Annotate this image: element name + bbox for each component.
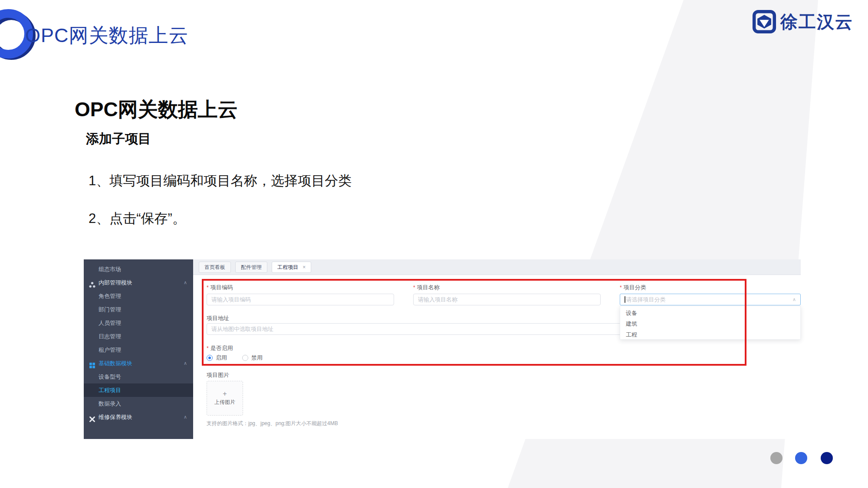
project-code-label: *项目编码	[207, 284, 233, 291]
content-heading: OPC网关数据上云	[75, 96, 238, 123]
select-placeholder: 请选择项目分类	[626, 296, 792, 304]
step-2-text: 2、点击“保存”。	[89, 210, 186, 228]
required-mark: *	[413, 285, 415, 291]
upload-hint-text: 支持的图片格式：jpg、jpeg、png;图片大小不能超过4MB	[207, 420, 338, 427]
org-icon	[89, 279, 95, 286]
upload-text: 上传图片	[214, 399, 235, 406]
project-category-label: *项目分类	[620, 284, 646, 291]
dropdown-option-engineering[interactable]: 工程	[620, 329, 800, 340]
grid-icon	[89, 360, 95, 367]
tab-label: 首页看板	[204, 264, 225, 270]
sidebar-item-shuju-luru[interactable]: 数据录入	[84, 397, 193, 410]
tab-parts-management[interactable]: 配件管理	[235, 262, 267, 273]
chevron-up-icon: ∧	[184, 410, 187, 424]
sidebar-item-label: 设备型号	[99, 373, 121, 380]
pager-dot-gray	[770, 452, 783, 464]
slide-title: OPC网关数据上云	[25, 23, 189, 49]
enable-radio-group: 启用 禁用	[207, 354, 263, 362]
slide: OPC网关数据上云 徐工汉云 OPC网关数据上云 添加子项目 1、填写项目编码和…	[0, 0, 868, 488]
sidebar-item-neibu-guanli[interactable]: 内部管理模块 ∧	[84, 276, 193, 289]
sidebar-item-label: 组态市场	[99, 266, 121, 272]
app-screenshot: 组态市场 内部管理模块 ∧ 角色管理 部门管理 人员管理 日志管理	[84, 259, 801, 439]
radio-disabled-label: 禁用	[251, 354, 263, 362]
project-category-select[interactable]: 请选择项目分类 ∧	[620, 294, 801, 305]
wrench-icon	[89, 414, 95, 420]
chevron-up-icon: ∧	[792, 297, 796, 302]
tab-home-board[interactable]: 首页看板	[199, 262, 231, 273]
sidebar-item-renyuan-guanli[interactable]: 人员管理	[84, 316, 193, 330]
tab-label: 工程项目	[277, 264, 298, 270]
step-1-text: 1、填写项目编码和项目名称，选择项目分类	[89, 172, 352, 190]
project-code-input[interactable]	[207, 294, 394, 305]
required-mark: *	[207, 285, 209, 291]
sidebar: 组态市场 内部管理模块 ∧ 角色管理 部门管理 人员管理 日志管理	[84, 259, 193, 439]
upload-image-button[interactable]: + 上传图片	[207, 381, 243, 416]
project-name-label: *项目名称	[413, 284, 440, 291]
radio-disabled[interactable]	[242, 355, 248, 361]
sidebar-item-label: 日志管理	[99, 333, 121, 340]
sidebar-item-label: 人员管理	[99, 320, 121, 326]
project-image-label: 项目图片	[207, 371, 229, 379]
sidebar-item-gongcheng-xiangmu[interactable]: 工程项目	[84, 383, 193, 397]
pager-dot-blue	[795, 452, 807, 464]
text-cursor	[625, 296, 625, 303]
sidebar-item-label: 数据录入	[99, 400, 121, 407]
dropdown-option-building[interactable]: 建筑	[620, 318, 800, 329]
radio-enabled[interactable]	[207, 355, 213, 361]
enable-label: *是否启用	[207, 344, 233, 352]
sidebar-item-juese-guanli[interactable]: 角色管理	[84, 289, 193, 303]
sidebar-item-label: 内部管理模块	[99, 279, 132, 286]
tab-bar: 首页看板 配件管理 工程项目 ×	[193, 259, 801, 275]
tab-engineering-project[interactable]: 工程项目 ×	[272, 262, 311, 273]
sidebar-item-label: 角色管理	[99, 293, 121, 299]
sidebar-item-label: 部门管理	[99, 306, 121, 313]
radio-enabled-label: 启用	[216, 354, 227, 362]
brand-logo-icon	[752, 10, 776, 34]
project-address-label: 项目地址	[207, 314, 229, 322]
sidebar-item-label: 维修保养模块	[99, 414, 132, 420]
pager-dot-navy	[821, 452, 833, 464]
plus-icon: +	[223, 390, 227, 397]
chevron-up-icon: ∧	[184, 276, 187, 289]
sidebar-item-label: 基础数据模块	[99, 360, 132, 367]
brand-logo-text: 徐工汉云	[780, 10, 853, 34]
sidebar-item-label: 租户管理	[99, 347, 121, 353]
sidebar-item-zuhu-guanli[interactable]: 租户管理	[84, 343, 193, 357]
required-mark: *	[207, 345, 209, 351]
tab-label: 配件管理	[241, 264, 262, 270]
sidebar-item-rizhi-guanli[interactable]: 日志管理	[84, 330, 193, 343]
category-dropdown: 设备 建筑 工程	[620, 306, 801, 340]
close-icon[interactable]: ×	[302, 264, 306, 270]
chevron-up-icon: ∧	[184, 357, 187, 370]
sidebar-item-shebei-xinghao[interactable]: 设备型号	[84, 370, 193, 383]
sidebar-item-weixiu-baoyang[interactable]: 维修保养模块 ∧	[84, 410, 193, 424]
project-name-input[interactable]	[413, 294, 601, 305]
brand-logo: 徐工汉云	[752, 10, 853, 34]
sidebar-item-jichu-shuju[interactable]: 基础数据模块 ∧	[84, 357, 193, 370]
sidebar-item-label: 工程项目	[99, 387, 121, 393]
sidebar-item-bumen-guanli[interactable]: 部门管理	[84, 303, 193, 316]
required-mark: *	[620, 285, 622, 291]
sidebar-item-zutai-shichang[interactable]: 组态市场	[84, 262, 193, 276]
content-subheading: 添加子项目	[86, 130, 151, 148]
dropdown-option-device[interactable]: 设备	[620, 308, 800, 318]
